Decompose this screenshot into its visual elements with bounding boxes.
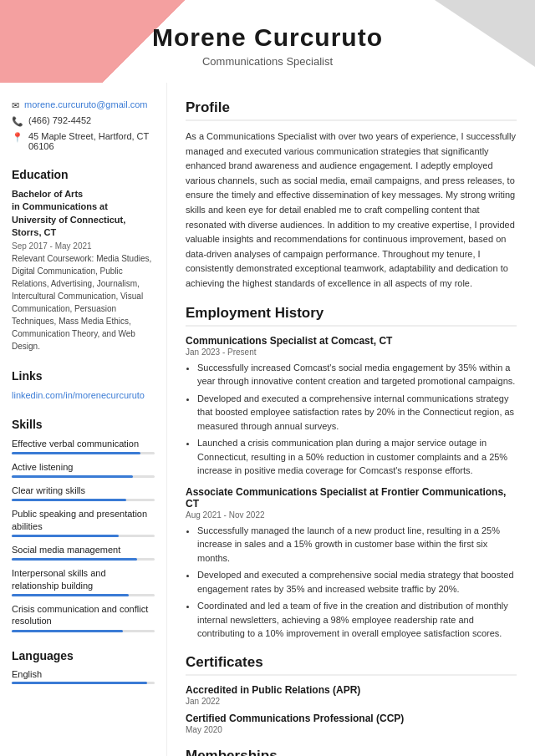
location-icon: 📍 — [12, 132, 23, 143]
skills-list: Effective verbal communication Active li… — [12, 438, 155, 632]
skill-label: Interpersonal skills and relationship bu… — [12, 567, 155, 591]
skill-bar-bg — [12, 558, 155, 561]
job-date: Jan 2023 - Present — [186, 348, 517, 357]
profile-text: As a Communications Specialist with over… — [186, 129, 517, 292]
cert-date: May 2020 — [186, 725, 517, 734]
skill-bar-fill — [12, 594, 129, 596]
lang-bar-fill — [12, 682, 147, 684]
job-bullets: Successfully managed the launch of a new… — [186, 524, 517, 641]
skill-bar-fill — [12, 535, 119, 537]
address-text: 45 Maple Street, Hartford, CT 06106 — [28, 131, 155, 151]
skill-bar-fill — [12, 475, 133, 478]
address-item: 📍 45 Maple Street, Hartford, CT 06106 — [12, 131, 155, 151]
skill-bar-bg — [12, 594, 155, 596]
edu-courses-label: Relevant Coursework: — [12, 254, 94, 263]
cert-title: Certified Communications Professional (C… — [186, 713, 517, 724]
cert-entry: Accredited in Public Relations (APR) Jan… — [186, 684, 517, 706]
job-bullet: Developed and executed a comprehensive i… — [197, 392, 517, 434]
job-entry: Associate Communications Specialist at F… — [186, 486, 517, 641]
content-area: Profile As a Communications Specialist w… — [167, 83, 535, 756]
languages-title: Languages — [12, 649, 155, 662]
candidate-name: Morene Curcuruto — [17, 23, 518, 52]
profile-section-title: Profile — [186, 99, 517, 121]
skill-bar-bg — [12, 499, 155, 501]
job-date: Aug 2021 - Nov 2022 — [186, 510, 517, 520]
job-bullet: Coordinated and led a team of five in th… — [197, 599, 517, 641]
skill-bar-fill — [12, 499, 126, 501]
job-bullets: Successfully increased Comcast's social … — [186, 361, 517, 478]
edu-courses-text: Media Studies, Digital Communication, Pu… — [12, 254, 151, 351]
skill-label: Clear writing skills — [12, 485, 155, 496]
skill-item: Crisis communication and conflict resolu… — [12, 603, 155, 632]
language-label: English — [12, 669, 42, 679]
job-bullet: Launched a crisis communication plan dur… — [197, 436, 517, 478]
skill-item: Active listening — [12, 461, 155, 478]
skill-bar-bg — [12, 535, 155, 537]
certificates-section-title: Certificates — [186, 654, 517, 676]
skill-bar-bg — [12, 630, 155, 632]
skill-label: Crisis communication and conflict resolu… — [12, 603, 155, 627]
links-title: Links — [12, 369, 155, 383]
skills-section: Skills Effective verbal communication Ac… — [12, 418, 155, 632]
skill-bar-fill — [12, 452, 140, 454]
phone-text: (466) 792-4452 — [28, 115, 91, 125]
skill-label: Active listening — [12, 461, 155, 473]
education-title: Education — [12, 168, 155, 181]
edu-courses: Relevant Coursework: Media Studies, Digi… — [12, 252, 155, 353]
phone-icon: 📞 — [12, 116, 23, 127]
language-item: English — [12, 669, 155, 684]
languages-section: Languages English — [12, 649, 155, 684]
edu-school: in Communications at University of Conne… — [12, 200, 155, 239]
job-title: Associate Communications Specialist at F… — [186, 486, 517, 510]
edu-degree: Bachelor of Arts — [12, 188, 155, 200]
edu-date: Sep 2017 - May 2021 — [12, 241, 155, 251]
resume-header: Morene Curcuruto Communications Speciali… — [0, 0, 535, 83]
skill-bar-bg — [12, 452, 155, 454]
employment-section-title: Employment History — [186, 305, 517, 327]
main-layout: ✉ morene.curcuruto@gmail.com 📞 (466) 792… — [0, 83, 535, 756]
email-item: ✉ morene.curcuruto@gmail.com — [12, 99, 155, 111]
email-icon: ✉ — [12, 100, 19, 111]
skill-item: Interpersonal skills and relationship bu… — [12, 567, 155, 596]
candidate-title: Communications Specialist — [17, 55, 518, 68]
phone-item: 📞 (466) 792-4452 — [12, 115, 155, 127]
skill-bar-bg — [12, 475, 155, 478]
linkedin-link[interactable]: linkedin.com/in/morenecurcuruto — [12, 390, 145, 400]
linkedin-item: linkedin.com/in/morenecurcuruto — [12, 389, 155, 401]
job-title: Communications Specialist at Comcast, CT — [186, 335, 517, 347]
email-link[interactable]: morene.curcuruto@gmail.com — [24, 99, 148, 109]
sidebar: ✉ morene.curcuruto@gmail.com 📞 (466) 792… — [0, 83, 167, 756]
skill-item: Clear writing skills — [12, 485, 155, 501]
job-bullet: Successfully increased Comcast's social … — [197, 361, 517, 388]
cert-entry: Certified Communications Professional (C… — [186, 713, 517, 734]
skill-bar-fill — [12, 630, 123, 632]
jobs-list: Communications Specialist at Comcast, CT… — [186, 335, 517, 641]
skill-item: Effective verbal communication — [12, 438, 155, 454]
certs-list: Accredited in Public Relations (APR) Jan… — [186, 684, 517, 734]
skill-item: Social media management — [12, 544, 155, 561]
skill-label: Social media management — [12, 544, 155, 556]
memberships-section-title: Memberships — [186, 748, 517, 756]
cert-title: Accredited in Public Relations (APR) — [186, 684, 517, 696]
skill-bar-fill — [12, 558, 137, 561]
contact-section: ✉ morene.curcuruto@gmail.com 📞 (466) 792… — [12, 99, 155, 151]
lang-bar-bg — [12, 682, 155, 684]
cert-date: Jan 2022 — [186, 697, 517, 706]
education-section: Education Bachelor of Arts in Communicat… — [12, 168, 155, 353]
skills-title: Skills — [12, 418, 155, 431]
skill-label: Effective verbal communication — [12, 438, 155, 449]
job-bullet: Successfully managed the launch of a new… — [197, 524, 517, 566]
skill-label: Public speaking and presentation abiliti… — [12, 508, 155, 532]
links-section: Links linkedin.com/in/morenecurcuruto — [12, 369, 155, 401]
job-bullet: Developed and executed a comprehensive s… — [197, 568, 517, 596]
languages-list: English — [12, 669, 155, 684]
job-entry: Communications Specialist at Comcast, CT… — [186, 335, 517, 478]
skill-item: Public speaking and presentation abiliti… — [12, 508, 155, 537]
